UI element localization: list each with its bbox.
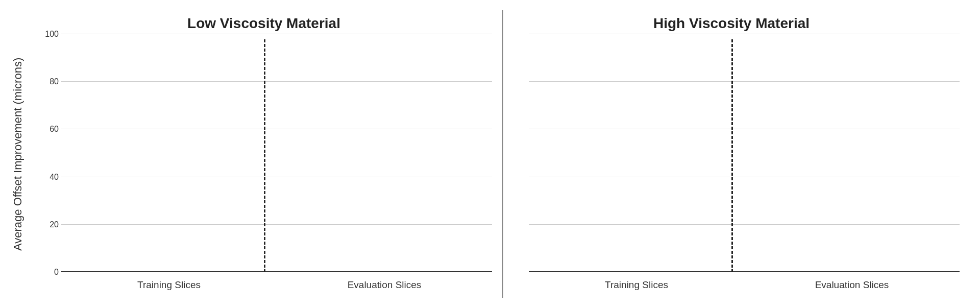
left-chart-area: 100 80 60 40 20 0 (36, 34, 492, 298)
right-bars-area (529, 34, 960, 272)
left-bars-area (61, 34, 492, 272)
y-tick-0: 0 (38, 268, 59, 277)
right-training-label: Training Slices (529, 275, 744, 295)
y-tick-labels-left: 100 80 60 40 20 0 (36, 34, 61, 272)
right-chart-area: Training Slices Evaluation Slices (503, 34, 960, 298)
y-tick-80: 80 (38, 77, 59, 86)
y-tick-20: 20 (38, 220, 59, 229)
right-panel: High Viscosity Material (502, 10, 960, 298)
y-tick-40: 40 (38, 173, 59, 182)
right-x-labels: Training Slices Evaluation Slices (529, 275, 960, 295)
y-axis-label: Average Offset Improvement (microns) (0, 10, 36, 298)
right-grid: Training Slices Evaluation Slices (503, 34, 960, 298)
y-tick-60: 60 (38, 125, 59, 134)
left-x-labels: Training Slices Evaluation Slices (61, 275, 492, 295)
right-dashed-divider (731, 39, 733, 272)
left-panel-title: Low Viscosity Material (36, 15, 492, 32)
left-dashed-divider (264, 39, 265, 272)
chart-container: Average Offset Improvement (microns) Low… (0, 0, 980, 308)
charts-wrapper: Low Viscosity Material 100 80 60 40 20 0 (36, 10, 960, 298)
right-evaluation-label: Evaluation Slices (744, 275, 960, 295)
right-panel-title: High Viscosity Material (503, 15, 960, 32)
y-tick-100: 100 (38, 30, 59, 39)
left-evaluation-label: Evaluation Slices (277, 275, 492, 295)
left-training-label: Training Slices (61, 275, 277, 295)
left-panel: Low Viscosity Material 100 80 60 40 20 0 (36, 10, 492, 298)
left-grid: 100 80 60 40 20 0 (36, 34, 492, 298)
